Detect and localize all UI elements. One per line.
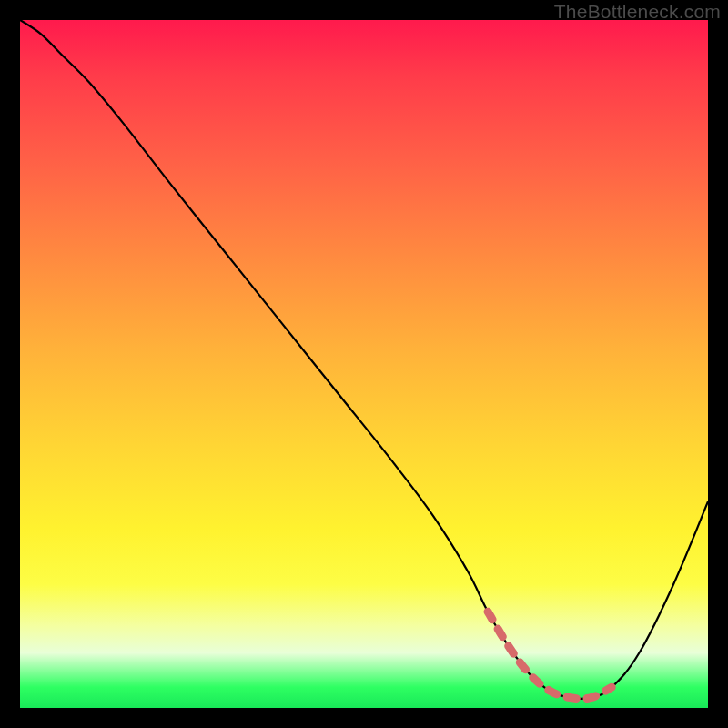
bottleneck-curve [20, 20, 708, 699]
plot-area [20, 20, 708, 708]
highlight-segment [488, 612, 612, 699]
chart-svg [20, 20, 708, 708]
chart-frame: TheBottleneck.com [0, 0, 728, 728]
